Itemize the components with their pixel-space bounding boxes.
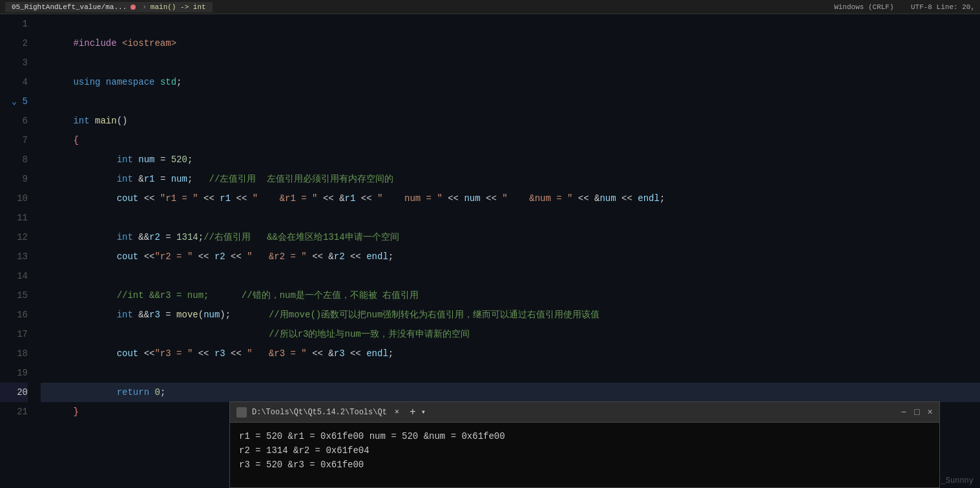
terminal-title: D:\Tools\Qt\Qt5.14.2\Tools\Qt	[252, 408, 387, 417]
terminal-body: r1 = 520 &r1 = 0x61fe00 num = 520 &num =…	[230, 423, 939, 487]
terminal-close-btn[interactable]: ×	[395, 408, 399, 417]
breadcrumb-arrow: ›	[142, 3, 147, 11]
terminal-minimize-btn[interactable]: −	[901, 407, 906, 418]
terminal-output-line-1: r1 = 520 &r1 = 0x61fe00 num = 520 &num =…	[239, 429, 930, 443]
modified-indicator	[130, 5, 136, 10]
line-16: 16	[0, 305, 28, 324]
line-7: 7	[0, 131, 28, 150]
line-14: 14	[0, 266, 28, 286]
editor: 1 2 3 4 ⌄ 5 6 7 8 9 10 11 12 13 14 15 16…	[0, 14, 980, 488]
line-2: 2	[0, 34, 28, 53]
line-3: 3	[0, 53, 28, 72]
line-4: 4	[0, 72, 28, 92]
line-17: 17	[0, 324, 28, 344]
code-line-19: return 0;	[41, 363, 980, 383]
terminal-header-right: − □ ×	[901, 407, 933, 418]
code-line-3: using namespace std;	[41, 53, 980, 72]
line-ending: Windows (CRLF)	[834, 3, 893, 11]
top-bar: 05_RightAndLeft_value/ma... › main() -> …	[0, 0, 980, 14]
terminal-header: D:\Tools\Qt\Qt5.14.2\Tools\Qt × + ▾ − □ …	[230, 402, 939, 423]
terminal-output-line-3: r3 = 520 &r3 = 0x61fe00	[239, 458, 930, 472]
file-tab-label: 05_RightAndLeft_value/ma...	[12, 3, 127, 11]
code-line-14: //int &&r3 = num; //错的，num是一个左值，不能被 右值引用	[41, 266, 980, 286]
line-21: 21	[0, 402, 28, 421]
line-8: 8	[0, 150, 28, 169]
line-19: 19	[0, 363, 28, 383]
terminal-panel: D:\Tools\Qt\Qt5.14.2\Tools\Qt × + ▾ − □ …	[229, 401, 940, 488]
line-6: 6	[0, 111, 28, 131]
line-11: 11	[0, 208, 28, 228]
line-numbers: 1 2 3 4 ⌄ 5 6 7 8 9 10 11 12 13 14 15 16…	[0, 14, 36, 488]
code-line-6: {	[41, 111, 980, 131]
code-line-20: }	[41, 383, 980, 402]
line-5[interactable]: ⌄ 5	[0, 92, 28, 111]
line-9: 9	[0, 169, 28, 189]
code-line-7: int num = 520;	[41, 131, 980, 150]
terminal-output-line-2: r2 = 1314 &r2 = 0x61fe04	[239, 443, 930, 458]
top-bar-left: 05_RightAndLeft_value/ma... › main() -> …	[5, 2, 213, 12]
terminal-add-btn[interactable]: +	[410, 407, 416, 418]
encoding-info: UTF-8 Line: 20,	[911, 3, 975, 11]
file-tab[interactable]: 05_RightAndLeft_value/ma... › main() -> …	[5, 2, 213, 12]
terminal-close-window-btn[interactable]: ×	[928, 407, 933, 418]
code-line-11: int &&r2 = 1314;//右值引用 &&会在堆区给1314申请一个空间	[41, 208, 980, 228]
code-line-5: int main()	[41, 92, 980, 111]
terminal-header-left: D:\Tools\Qt\Qt5.14.2\Tools\Qt × + ▾	[236, 407, 426, 418]
terminal-restore-btn[interactable]: □	[914, 407, 919, 418]
line-12: 12	[0, 228, 28, 247]
terminal-dropdown-btn[interactable]: ▾	[421, 407, 426, 417]
terminal-icon	[236, 407, 247, 418]
line-10: 10	[0, 189, 28, 208]
code-line-2	[41, 34, 980, 53]
line-20: 20	[0, 383, 28, 402]
line-18: 18	[0, 344, 28, 363]
top-bar-right: Windows (CRLF) UTF-8 Line: 20,	[834, 3, 975, 11]
function-breadcrumb: main() -> int	[151, 3, 206, 11]
line-15: 15	[0, 286, 28, 305]
code-line-1: #include <iostream>	[41, 14, 980, 34]
line-1: 1	[0, 14, 28, 34]
line-13: 13	[0, 247, 28, 266]
